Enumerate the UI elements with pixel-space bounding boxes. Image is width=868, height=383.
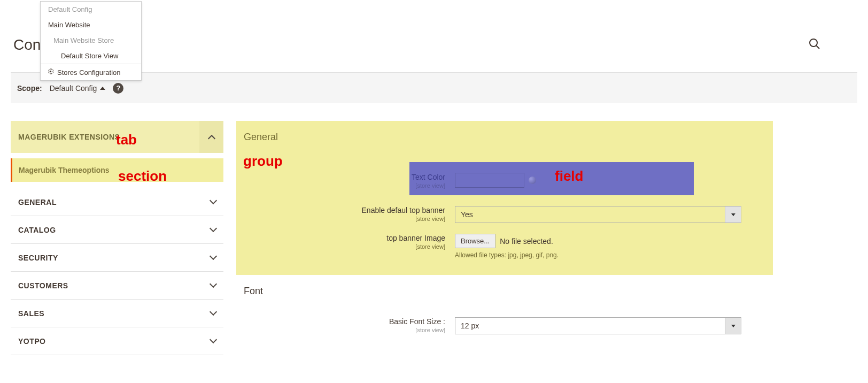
field-label: Text Color — [409, 173, 445, 181]
sidebar-item-catalog[interactable]: CATALOG — [11, 216, 223, 244]
chevron-down-icon — [210, 252, 217, 260]
scope-label: Scope: — [17, 84, 42, 93]
sidebar-item-sales[interactable]: SALES — [11, 300, 223, 327]
sidebar-item-label: SECURITY — [18, 254, 58, 262]
store-option-main-website-store: Main Website Store — [41, 33, 141, 48]
chevron-down-icon — [210, 197, 217, 204]
chevron-down-icon — [210, 308, 217, 316]
svg-line-1 — [816, 45, 819, 49]
chevron-up-icon — [207, 134, 215, 142]
scope-value-text: Default Config — [50, 84, 97, 93]
config-main: General Text Color [store view] Enable d… — [236, 121, 773, 356]
text-color-input[interactable] — [455, 173, 524, 188]
store-option-main-website[interactable]: Main Website — [41, 17, 141, 33]
group-title-font[interactable]: Font — [244, 286, 765, 297]
color-swatch-icon[interactable] — [529, 177, 536, 184]
help-icon[interactable]: ? — [113, 83, 123, 94]
enable-banner-select[interactable]: Yes — [455, 206, 741, 223]
file-hint: Allowed file types: jpg, jpeg, gif, png. — [455, 251, 559, 259]
field-scope: [store view] — [244, 327, 445, 333]
store-option-default-store-view[interactable]: Default Store View — [41, 48, 141, 64]
gear-icon — [47, 68, 54, 76]
sidebar-item-label: YOTPO — [18, 337, 46, 346]
config-sidebar: MAGERUBIK EXTENSIONS Magerubik Themeopti… — [11, 121, 223, 355]
file-status: No file selected. — [500, 237, 553, 246]
group-font: Font Basic Font Size : [store view] 12 p… — [236, 275, 773, 356]
sidebar-item-label: SALES — [18, 309, 44, 318]
sidebar-section-magerubik-themeoptions[interactable]: Magerubik Themeoptions — [11, 158, 223, 182]
scope-switcher[interactable]: Default Config — [50, 84, 106, 93]
basic-font-size-select[interactable]: 12 px — [455, 317, 741, 334]
svg-point-0 — [810, 39, 817, 47]
field-label: Basic Font Size : — [244, 317, 445, 326]
sidebar-item-customers[interactable]: CUSTOMERS — [11, 272, 223, 300]
select-value: Yes — [455, 206, 725, 223]
chevron-down-icon — [725, 317, 741, 334]
sidebar-tab-collapse[interactable] — [199, 121, 223, 153]
sidebar-tab-magerubik-extensions[interactable]: MAGERUBIK EXTENSIONS — [11, 121, 223, 153]
group-title-general[interactable]: General — [244, 132, 765, 143]
field-scope: [store view] — [244, 216, 445, 222]
store-switcher-dropdown[interactable]: Default Config Main Website Main Website… — [40, 1, 142, 81]
group-general: General Text Color [store view] Enable d… — [236, 121, 773, 275]
sidebar-item-label: CATALOG — [18, 226, 56, 234]
field-enable-top-banner: Enable defaul top banner [store view] Ye… — [244, 206, 765, 223]
store-option-default-config: Default Config — [41, 2, 141, 17]
field-basic-font-size: Basic Font Size : [store view] 12 px — [244, 317, 765, 334]
sidebar-item-security[interactable]: SECURITY — [11, 244, 223, 272]
field-top-banner-image: top banner Image [store view] Browse... … — [244, 234, 765, 259]
field-label: Enable defaul top banner — [244, 206, 445, 215]
sidebar-item-general[interactable]: GENERAL — [11, 188, 223, 216]
search-icon[interactable] — [808, 37, 821, 52]
chevron-up-icon — [100, 87, 105, 90]
sidebar-tab-label: MAGERUBIK EXTENSIONS — [18, 133, 120, 141]
sidebar-item-label: CUSTOMERS — [18, 281, 68, 290]
field-label: top banner Image — [244, 234, 445, 242]
sidebar-item-yotpo[interactable]: YOTPO — [11, 327, 223, 355]
stores-configuration-label: Stores Configuration — [57, 68, 121, 76]
chevron-down-icon — [210, 225, 217, 232]
chevron-down-icon — [210, 280, 217, 288]
field-scope: [store view] — [409, 182, 445, 189]
select-value: 12 px — [455, 317, 725, 334]
chevron-down-icon — [210, 336, 217, 343]
browse-button[interactable]: Browse... — [455, 234, 495, 248]
field-text-color: Text Color [store view] — [409, 162, 694, 195]
stores-configuration-link[interactable]: Stores Configuration — [41, 64, 141, 80]
field-scope: [store view] — [244, 243, 445, 250]
sidebar-item-label: GENERAL — [18, 198, 57, 206]
chevron-down-icon — [725, 206, 741, 223]
